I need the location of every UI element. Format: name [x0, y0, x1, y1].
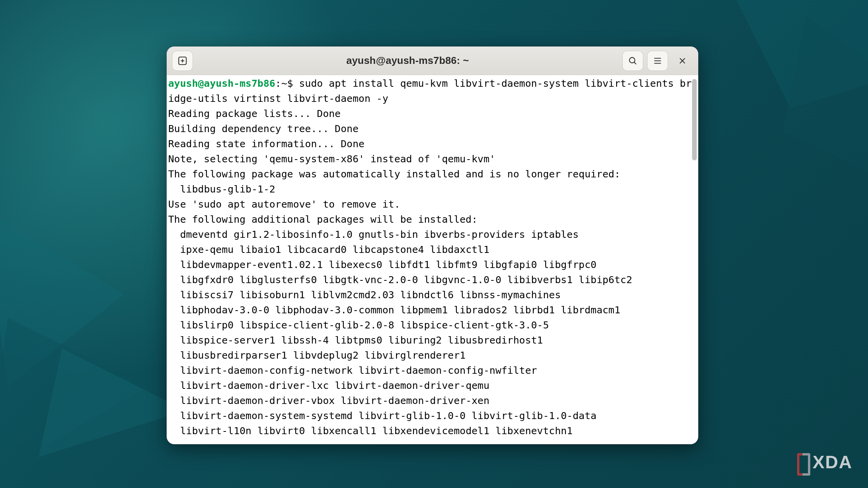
output-text: Reading package lists... Done Building d…	[168, 108, 632, 436]
svg-point-8	[629, 57, 635, 63]
scrollbar-thumb[interactable]	[692, 79, 697, 160]
titlebar[interactable]: ayush@ayush-ms7b86: ~	[167, 46, 698, 75]
window-title: ayush@ayush-ms7b86: ~	[197, 55, 618, 67]
svg-line-9	[634, 62, 636, 64]
terminal-window: ayush@ayush-ms7b86: ~ ayush@ayush-ms7b86…	[167, 46, 698, 444]
new-tab-button[interactable]	[172, 51, 193, 71]
prompt-suffix: :~$	[275, 77, 299, 89]
menu-button[interactable]	[647, 51, 668, 71]
svg-marker-2	[39, 349, 186, 457]
terminal-viewport: ayush@ayush-ms7b86:~$ sudo apt install q…	[167, 75, 698, 444]
prompt-user: ayush@ayush-ms7b86	[168, 77, 275, 89]
terminal-content[interactable]: ayush@ayush-ms7b86:~$ sudo apt install q…	[167, 75, 698, 444]
xda-watermark: XDA	[797, 452, 852, 473]
hamburger-icon	[653, 56, 663, 66]
xda-text: XDA	[813, 452, 852, 473]
close-button[interactable]	[672, 51, 693, 71]
plus-box-icon	[177, 56, 188, 66]
search-button[interactable]	[622, 51, 643, 71]
close-icon	[678, 57, 687, 65]
search-icon	[628, 56, 638, 66]
xda-bracket-icon	[797, 453, 810, 471]
